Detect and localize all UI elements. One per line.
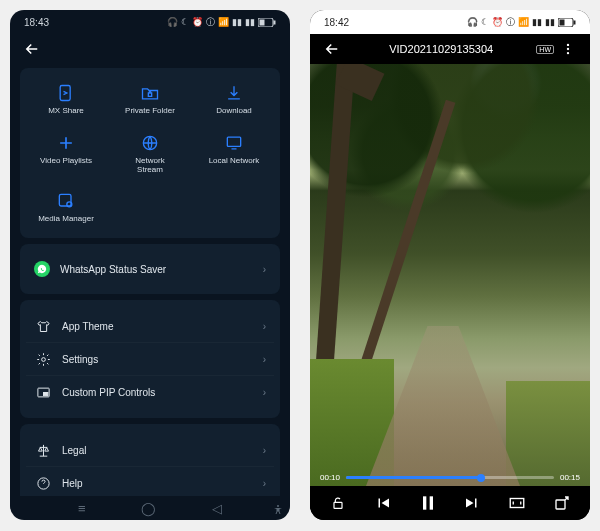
next-button[interactable] [461,492,483,514]
lock-button[interactable] [327,492,349,514]
grid-label: Network Stream [135,157,164,175]
svg-rect-22 [429,496,432,509]
seek-overlay: 00:10 00:15 [310,473,590,486]
svg-point-13 [277,505,279,507]
row-legal[interactable]: Legal › [26,434,274,466]
row-help[interactable]: Help › [26,466,274,496]
svg-rect-24 [556,500,565,509]
share-icon [55,82,77,104]
row-label: App Theme [62,321,114,332]
media-icon [55,190,77,212]
whatsapp-icon [34,261,50,277]
svg-rect-21 [423,496,426,509]
svg-point-17 [567,44,569,46]
seek-fill [346,476,481,479]
scale-icon [34,441,52,459]
grid-label: Video Playlists [40,157,92,166]
nav-recent-icon[interactable]: ≡ [78,501,86,516]
system-nav-bar: ≡ ◯ ◁ [10,496,290,520]
chevron-right-icon: › [263,387,266,398]
row-label: WhatsApp Status Saver [60,264,166,275]
svg-rect-4 [148,93,151,96]
aspect-ratio-button[interactable] [506,492,528,514]
seek-thumb[interactable] [477,474,485,482]
grid-label: Private Folder [125,107,175,116]
status-bar: 18:43 🎧☾⏰ⓘ📶▮▮▮▮ [10,10,290,34]
chevron-right-icon: › [263,478,266,489]
play-pause-button[interactable] [417,492,439,514]
plus-icon [55,132,77,154]
status-icons: 🎧☾⏰ⓘ📶▮▮▮▮ [467,16,576,29]
whatsapp-card: WhatsApp Status Saver › [20,244,280,294]
status-bar: 18:42 🎧☾⏰ⓘ📶▮▮▮▮ [310,10,590,34]
monitor-icon [223,132,245,154]
download-icon [223,82,245,104]
chevron-right-icon: › [263,354,266,365]
player-screen: 18:42 🎧☾⏰ⓘ📶▮▮▮▮ VID20211029135304 HW 00:… [310,10,590,520]
menu-screen: 18:43 🎧☾⏰ⓘ📶▮▮▮▮ MX Share [10,10,290,520]
row-label: Settings [62,354,98,365]
globe-icon [139,132,161,154]
tshirt-icon [34,317,52,335]
player-top-bar: VID20211029135304 HW [310,34,590,64]
grid-label: Download [216,107,252,116]
svg-rect-20 [334,502,342,508]
hw-decoder-badge[interactable]: HW [536,45,554,54]
settings-card: App Theme › Settings › Custom PIP Contro… [20,300,280,418]
chevron-right-icon: › [263,321,266,332]
row-label: Legal [62,445,86,456]
menu-content: MX Share Private Folder Download [10,64,290,496]
tools-grid: MX Share Private Folder Download [26,78,274,228]
svg-rect-11 [43,392,47,395]
grid-media-manager[interactable]: Media Manager [26,186,106,228]
status-time: 18:42 [324,17,349,28]
svg-point-18 [567,48,569,50]
video-title: VID20211029135304 [346,43,536,55]
row-label: Custom PIP Controls [62,387,155,398]
row-whatsapp-status-saver[interactable]: WhatsApp Status Saver › [26,254,274,284]
grid-download[interactable]: Download [194,78,274,120]
nav-back-icon[interactable]: ◁ [212,501,222,516]
row-custom-pip[interactable]: Custom PIP Controls › [26,375,274,408]
back-button[interactable] [18,35,46,63]
grid-network-stream[interactable]: Network Stream [110,128,190,179]
info-card: Legal › Help › [20,424,280,496]
svg-rect-1 [260,19,265,25]
svg-point-19 [567,52,569,54]
row-app-theme[interactable]: App Theme › [26,310,274,342]
row-settings[interactable]: Settings › [26,342,274,375]
gear-icon [34,350,52,368]
svg-rect-23 [510,499,524,508]
grid-private-folder[interactable]: Private Folder [110,78,190,120]
grid-mx-share[interactable]: MX Share [26,78,106,120]
svg-rect-15 [560,19,565,25]
tools-grid-card: MX Share Private Folder Download [20,68,280,238]
svg-rect-7 [59,195,71,207]
rotate-button[interactable] [551,492,573,514]
grid-label: Local Network [209,157,260,166]
lock-folder-icon [139,82,161,104]
pip-icon [34,383,52,401]
svg-rect-2 [274,20,276,24]
prev-button[interactable] [372,492,394,514]
time-duration: 00:15 [560,473,580,482]
help-icon [34,474,52,492]
grid-label: Media Manager [38,215,94,224]
svg-point-9 [41,357,45,361]
app-bar [10,34,290,64]
nav-home-icon[interactable]: ◯ [141,501,156,516]
chevron-right-icon: › [263,264,266,275]
back-button[interactable] [318,35,346,63]
time-elapsed: 00:10 [320,473,340,482]
accessibility-icon[interactable] [272,504,284,516]
player-control-bar [310,486,590,520]
status-time: 18:43 [24,17,49,28]
grid-local-network[interactable]: Local Network [194,128,274,179]
svg-rect-16 [574,20,576,24]
svg-rect-6 [227,137,240,146]
video-surface[interactable]: 00:10 00:15 [310,64,590,486]
more-menu-button[interactable] [554,35,582,63]
seek-bar[interactable] [346,476,554,479]
row-label: Help [62,478,83,489]
grid-video-playlists[interactable]: Video Playlists [26,128,106,179]
